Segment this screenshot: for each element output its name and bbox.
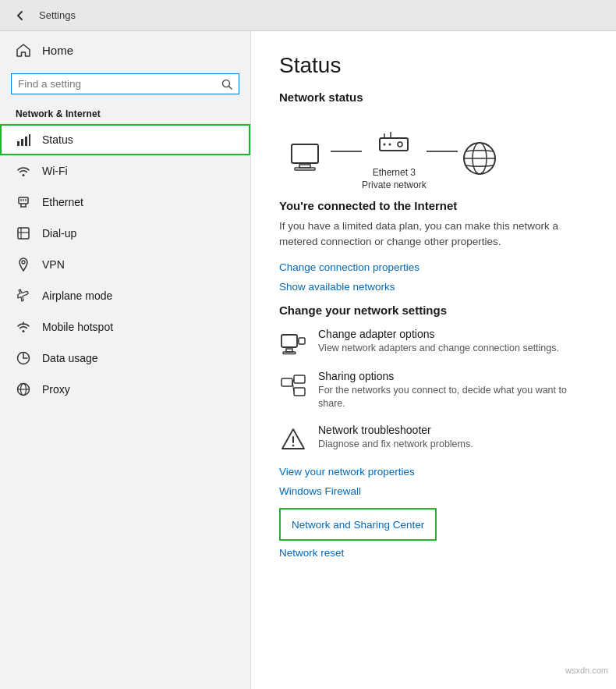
proxy-icon: [16, 382, 31, 397]
main-layout: Home Network & Internet: [0, 31, 616, 689]
svg-point-29: [384, 144, 386, 146]
svg-point-16: [22, 261, 25, 264]
svg-point-28: [398, 142, 402, 147]
svg-line-1: [229, 86, 232, 89]
back-button[interactable]: [9, 5, 31, 27]
network-sharing-center-box[interactable]: Network and Sharing Center: [279, 508, 437, 541]
svg-rect-13: [18, 228, 29, 239]
connected-title: You're connected to the Internet: [279, 199, 588, 212]
search-box[interactable]: [11, 73, 239, 94]
status-icon: [16, 132, 31, 147]
svg-rect-3: [21, 139, 23, 146]
datausage-icon: [16, 350, 31, 366]
search-input[interactable]: [18, 78, 215, 90]
content-area: Status Network status: [251, 31, 616, 689]
connected-desc: If you have a limited data plan, you can…: [279, 218, 588, 250]
sidebar-item-airplane-label: Airplane mode: [42, 289, 112, 302]
svg-rect-24: [295, 168, 315, 170]
watermark: wsxdn.com: [565, 666, 608, 675]
network-diagram: Ethernet 3Private network: [279, 118, 588, 194]
sidebar-item-hotspot-label: Mobile hotspot: [42, 321, 113, 333]
sharing-icon: [279, 371, 307, 400]
titlebar-title: Settings: [39, 9, 76, 21]
view-properties-link[interactable]: View your network properties: [279, 466, 588, 478]
svg-rect-34: [281, 335, 297, 347]
ethernet-icon: [16, 194, 31, 210]
sharing-options-item[interactable]: Sharing options For the networks you con…: [279, 370, 588, 411]
net-node-router: Ethernet 3Private network: [362, 126, 427, 191]
svg-rect-4: [25, 137, 27, 146]
vpn-icon: [16, 257, 31, 272]
net-node-router-label: Ethernet 3Private network: [362, 167, 427, 191]
divider-links: View your network properties Windows Fir…: [279, 466, 588, 559]
sharing-options-desc: For the networks you connect to, decide …: [318, 384, 588, 411]
change-network-title: Change your network settings: [279, 304, 588, 317]
net-node-computer: [287, 140, 331, 177]
settings-window: Settings Home: [0, 0, 616, 689]
sidebar-item-home[interactable]: Home: [0, 31, 250, 69]
adapter-options-text: Change adapter options View network adap…: [318, 328, 559, 356]
adapter-options-name: Change adapter options: [318, 328, 559, 340]
dialup-icon: [16, 226, 31, 241]
search-icon: [221, 79, 232, 90]
sidebar-item-datausage[interactable]: Data usage: [0, 343, 250, 374]
sidebar-item-wifi[interactable]: Wi-Fi: [0, 155, 250, 186]
sidebar-item-ethernet-label: Ethernet: [42, 196, 83, 208]
sidebar-item-hotspot[interactable]: Mobile hotspot: [0, 311, 250, 343]
sharing-options-name: Sharing options: [318, 370, 588, 382]
sidebar-item-ethernet[interactable]: Ethernet: [0, 186, 250, 218]
sidebar-item-vpn-label: VPN: [42, 258, 65, 271]
sidebar-item-status-label: Status: [42, 133, 73, 146]
sharing-options-text: Sharing options For the networks you con…: [318, 370, 588, 411]
svg-rect-40: [294, 375, 305, 383]
change-connection-link[interactable]: Change connection properties: [279, 261, 588, 273]
sidebar-section-title: Network & Internet: [0, 102, 250, 124]
computer-icon: [287, 140, 331, 177]
home-icon: [16, 42, 31, 58]
svg-point-30: [389, 144, 391, 146]
svg-rect-39: [281, 378, 292, 386]
titlebar: Settings: [0, 0, 616, 31]
svg-rect-37: [299, 338, 305, 344]
sidebar-item-status[interactable]: Status: [0, 124, 250, 155]
home-label: Home: [42, 44, 73, 57]
sidebar-item-datausage-label: Data usage: [42, 352, 98, 364]
adapter-icon: [279, 329, 307, 357]
windows-firewall-link[interactable]: Windows Firewall: [279, 485, 588, 497]
sidebar-item-dialup-label: Dial-up: [42, 227, 76, 240]
svg-rect-5: [29, 134, 30, 146]
hotspot-icon: [16, 319, 31, 335]
network-reset-link[interactable]: Network reset: [279, 547, 588, 559]
net-line-2: [427, 151, 458, 152]
sidebar-item-wifi-label: Wi-Fi: [42, 165, 68, 177]
sidebar-item-dialup[interactable]: Dial-up: [0, 218, 250, 249]
sidebar-item-airplane[interactable]: Airplane mode: [0, 280, 250, 311]
sidebar-item-vpn[interactable]: VPN: [0, 249, 250, 280]
svg-rect-2: [17, 141, 19, 146]
adapter-options-item[interactable]: Change adapter options View network adap…: [279, 328, 588, 357]
net-line-1: [331, 151, 362, 152]
svg-rect-22: [292, 144, 318, 163]
svg-rect-36: [283, 352, 296, 354]
page-title: Status: [279, 53, 588, 78]
sidebar: Home Network & Internet: [0, 31, 251, 689]
network-status-label: Network status: [279, 91, 588, 104]
troubleshooter-icon: [279, 425, 307, 453]
show-networks-link[interactable]: Show available networks: [279, 281, 588, 293]
router-icon: [372, 126, 416, 163]
svg-rect-41: [294, 388, 305, 396]
adapter-options-desc: View network adapters and change connect…: [318, 342, 559, 356]
airplane-icon: [16, 288, 31, 304]
svg-line-43: [292, 382, 294, 392]
troubleshooter-text: Network troubleshooter Diagnose and fix …: [318, 424, 473, 452]
troubleshooter-name: Network troubleshooter: [318, 424, 473, 436]
network-sharing-center-link[interactable]: Network and Sharing Center: [292, 519, 424, 531]
wifi-icon: [16, 163, 31, 179]
troubleshooter-item[interactable]: Network troubleshooter Diagnose and fix …: [279, 424, 588, 453]
sidebar-item-proxy[interactable]: Proxy: [0, 374, 250, 405]
globe-icon: [458, 140, 501, 177]
sidebar-item-proxy-label: Proxy: [42, 383, 70, 396]
net-node-internet: [458, 140, 501, 177]
svg-point-46: [292, 444, 295, 446]
troubleshooter-desc: Diagnose and fix network problems.: [318, 438, 473, 452]
